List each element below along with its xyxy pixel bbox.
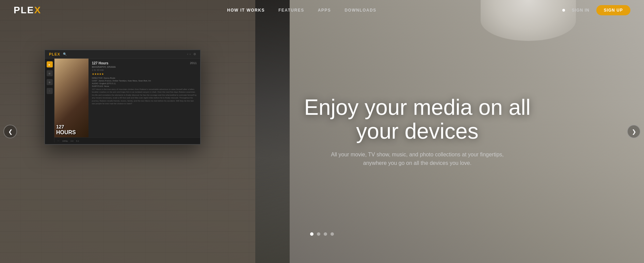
plex-more-icon: ···	[57, 139, 60, 142]
carousel-dots	[310, 232, 334, 236]
notification-dot	[562, 9, 565, 12]
plex-nav-arrows: ‹ ›	[187, 52, 191, 56]
nav-how-it-works[interactable]: HOW IT WORKS	[227, 8, 265, 13]
subtitles-label: SUBTITLES	[92, 85, 103, 87]
sign-in-link[interactable]: SIGN IN	[572, 8, 590, 13]
movie-audio: AUDIO English (DTS 5.1)	[92, 82, 197, 84]
carousel-dot-3[interactable]	[324, 232, 327, 236]
tv-mockup: PLEX 🔍 ‹ › ⚙ ▶ ⊞ ⚙ ↑ 127	[44, 49, 201, 145]
carousel-prev-button[interactable]: ❮	[3, 125, 17, 138]
director-label: DIRECTOR	[92, 77, 102, 79]
hero-text-block: Enjoy your media on all your devices All…	[298, 95, 536, 168]
main-nav: HOW IT WORKS FEATURES APPS DOWNLOADS	[41, 8, 562, 13]
header-right: SIGN IN SIGN UP	[562, 5, 630, 15]
audio-label: AUDIO	[92, 82, 98, 84]
hero-title: Enjoy your media on all your devices	[298, 95, 536, 143]
tv-screen: PLEX 🔍 ‹ › ⚙ ▶ ⊞ ⚙ ↑ 127	[45, 50, 200, 144]
site-header: PLEX HOW IT WORKS FEATURES APPS DOWNLOAD…	[0, 0, 644, 20]
plex-ui-header: PLEX 🔍 ‹ › ⚙	[45, 50, 200, 59]
hero-section: PLEX HOW IT WORKS FEATURES APPS DOWNLOAD…	[0, 0, 644, 263]
plex-bottom-bar: ··· 1080p 2.0 5.1	[54, 137, 200, 144]
movie-poster-text: 127 HOURS	[56, 124, 76, 136]
movie-genre: BIOGRAPHY, DRAMA	[92, 66, 197, 68]
movie-description: 127 Hours is the true story of mountain …	[92, 88, 197, 105]
nav-apps[interactable]: APPS	[318, 8, 331, 13]
sidebar-grid-icon: ⊞	[47, 70, 53, 76]
sidebar-share-icon: ↑	[47, 88, 53, 94]
nav-downloads[interactable]: DOWNLOADS	[344, 8, 376, 13]
hero-subtitle: All your movie, TV show, music, and phot…	[322, 150, 513, 168]
movie-info-panel: 127 Hours BIOGRAPHY, DRAMA 1 hr 33 min ★…	[88, 59, 200, 142]
plex-ui-logo: PLEX	[49, 52, 60, 56]
plex-main-content: 127 HOURS 127 Hours BIOGRAPHY, DRAMA 1 h…	[54, 59, 200, 142]
plex-resolution: 1080p	[62, 140, 68, 142]
plex-subtitle-info: 5.1	[76, 140, 79, 142]
plex-content: ▶ ⊞ ⚙ ↑ 127 HOURS 127 Hours BIOGRAPHY, D…	[45, 59, 200, 142]
sign-up-button[interactable]: SIGN UP	[596, 5, 630, 15]
movie-poster: 127 HOURS	[54, 59, 88, 142]
site-logo[interactable]: PLEX	[14, 5, 41, 16]
movie-subtitles: SUBTITLES None	[92, 85, 197, 87]
movie-director: DIRECTOR Danny Boyle	[92, 77, 197, 79]
plex-next-icon: ›	[190, 52, 191, 56]
movie-stars: ★★★★★	[92, 73, 197, 76]
movie-duration: 1 hr 33 min	[92, 69, 197, 71]
nav-features[interactable]: FEATURES	[278, 8, 304, 13]
sidebar-settings-icon: ⚙	[47, 79, 53, 85]
carousel-dot-4[interactable]	[331, 232, 334, 236]
cast-label: CAST	[92, 80, 97, 82]
plex-settings-icon: ⚙	[193, 52, 196, 56]
carousel-dot-1[interactable]	[310, 232, 313, 236]
carousel-next-button[interactable]: ❯	[627, 125, 641, 138]
movie-year: 2011	[190, 61, 197, 65]
movie-cast: CAST James Franco, Amber Tamblyn, Kate M…	[92, 80, 197, 82]
plex-audio-info: 2.0	[70, 140, 73, 142]
carousel-dot-2[interactable]	[317, 232, 320, 236]
plex-sidebar: ▶ ⊞ ⚙ ↑	[45, 59, 54, 142]
sidebar-play-icon: ▶	[47, 61, 53, 67]
plex-search-icon: 🔍	[63, 52, 67, 56]
plex-prev-icon: ‹	[187, 52, 188, 56]
logo-text: PLE	[14, 5, 34, 16]
logo-x: X	[34, 5, 41, 16]
movie-title: 127 Hours	[92, 61, 197, 65]
